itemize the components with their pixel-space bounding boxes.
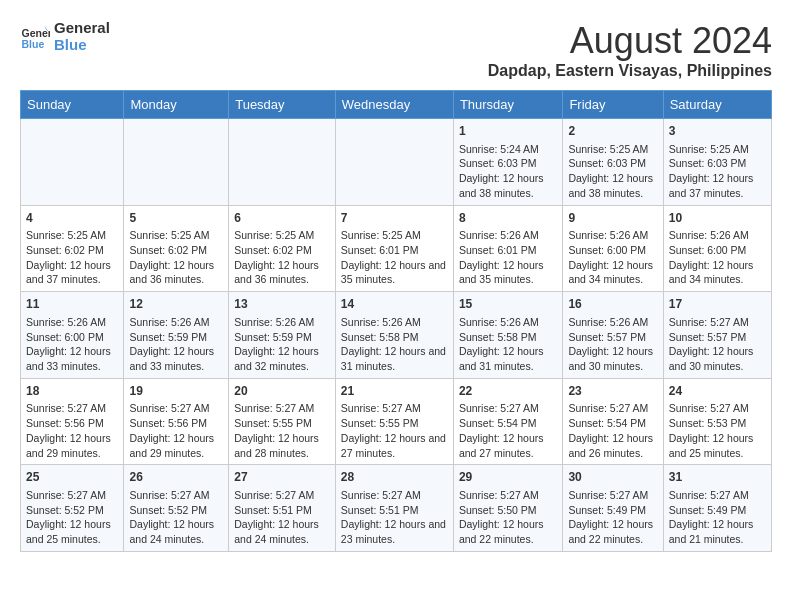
daylight: Daylight: 12 hours and 31 minutes. [459,345,544,372]
col-header-saturday: Saturday [663,91,771,119]
col-header-sunday: Sunday [21,91,124,119]
page-header: General Blue General Blue August 2024 Da… [20,20,772,80]
week-row-3: 11Sunrise: 5:26 AMSunset: 6:00 PMDayligh… [21,292,772,379]
sunset: Sunset: 5:57 PM [568,331,646,343]
sunset: Sunset: 5:51 PM [234,504,312,516]
title-block: August 2024 Dapdap, Eastern Visayas, Phi… [488,20,772,80]
daylight: Daylight: 12 hours and 35 minutes. [459,259,544,286]
sunrise: Sunrise: 5:26 AM [459,229,539,241]
logo-line2: Blue [54,37,110,54]
day-number: 9 [568,210,657,227]
sunset: Sunset: 5:52 PM [26,504,104,516]
day-number: 15 [459,296,558,313]
calendar-cell: 4Sunrise: 5:25 AMSunset: 6:02 PMDaylight… [21,205,124,292]
logo-line1: General [54,20,110,37]
week-row-2: 4Sunrise: 5:25 AMSunset: 6:02 PMDaylight… [21,205,772,292]
sunset: Sunset: 5:59 PM [129,331,207,343]
calendar-table: SundayMondayTuesdayWednesdayThursdayFrid… [20,90,772,552]
col-header-monday: Monday [124,91,229,119]
day-number: 14 [341,296,448,313]
sunrise: Sunrise: 5:26 AM [129,316,209,328]
week-row-5: 25Sunrise: 5:27 AMSunset: 5:52 PMDayligh… [21,465,772,552]
day-number: 1 [459,123,558,140]
daylight: Daylight: 12 hours and 30 minutes. [568,345,653,372]
sunset: Sunset: 5:56 PM [129,417,207,429]
calendar-cell [21,119,124,206]
calendar-cell: 8Sunrise: 5:26 AMSunset: 6:01 PMDaylight… [453,205,563,292]
day-number: 25 [26,469,118,486]
day-number: 17 [669,296,766,313]
sunrise: Sunrise: 5:27 AM [568,489,648,501]
calendar-cell: 31Sunrise: 5:27 AMSunset: 5:49 PMDayligh… [663,465,771,552]
col-header-friday: Friday [563,91,663,119]
sunrise: Sunrise: 5:27 AM [129,489,209,501]
calendar-cell: 25Sunrise: 5:27 AMSunset: 5:52 PMDayligh… [21,465,124,552]
sunrise: Sunrise: 5:26 AM [568,316,648,328]
calendar-cell: 15Sunrise: 5:26 AMSunset: 5:58 PMDayligh… [453,292,563,379]
day-number: 6 [234,210,330,227]
day-number: 13 [234,296,330,313]
sunrise: Sunrise: 5:25 AM [568,143,648,155]
calendar-cell [124,119,229,206]
sunrise: Sunrise: 5:25 AM [341,229,421,241]
sunset: Sunset: 6:00 PM [26,331,104,343]
daylight: Daylight: 12 hours and 27 minutes. [341,432,446,459]
sunset: Sunset: 6:03 PM [669,157,747,169]
sunset: Sunset: 6:02 PM [129,244,207,256]
day-number: 29 [459,469,558,486]
sunset: Sunset: 6:01 PM [341,244,419,256]
sunrise: Sunrise: 5:27 AM [234,402,314,414]
sunset: Sunset: 6:01 PM [459,244,537,256]
sunrise: Sunrise: 5:26 AM [234,316,314,328]
daylight: Daylight: 12 hours and 35 minutes. [341,259,446,286]
daylight: Daylight: 12 hours and 36 minutes. [234,259,319,286]
day-number: 26 [129,469,223,486]
sunset: Sunset: 5:57 PM [669,331,747,343]
day-number: 23 [568,383,657,400]
month-title: August 2024 [488,20,772,62]
calendar-cell: 5Sunrise: 5:25 AMSunset: 6:02 PMDaylight… [124,205,229,292]
day-number: 30 [568,469,657,486]
calendar-cell: 30Sunrise: 5:27 AMSunset: 5:49 PMDayligh… [563,465,663,552]
calendar-cell: 3Sunrise: 5:25 AMSunset: 6:03 PMDaylight… [663,119,771,206]
sunrise: Sunrise: 5:27 AM [234,489,314,501]
day-number: 27 [234,469,330,486]
sunrise: Sunrise: 5:26 AM [568,229,648,241]
sunset: Sunset: 5:58 PM [459,331,537,343]
sunrise: Sunrise: 5:25 AM [669,143,749,155]
daylight: Daylight: 12 hours and 24 minutes. [234,518,319,545]
daylight: Daylight: 12 hours and 26 minutes. [568,432,653,459]
daylight: Daylight: 12 hours and 33 minutes. [129,345,214,372]
day-number: 10 [669,210,766,227]
sunset: Sunset: 5:50 PM [459,504,537,516]
daylight: Daylight: 12 hours and 30 minutes. [669,345,754,372]
sunset: Sunset: 6:02 PM [26,244,104,256]
day-number: 7 [341,210,448,227]
calendar-cell: 23Sunrise: 5:27 AMSunset: 5:54 PMDayligh… [563,378,663,465]
col-header-wednesday: Wednesday [335,91,453,119]
daylight: Daylight: 12 hours and 24 minutes. [129,518,214,545]
day-number: 16 [568,296,657,313]
sunrise: Sunrise: 5:26 AM [26,316,106,328]
sunrise: Sunrise: 5:27 AM [341,402,421,414]
sunset: Sunset: 5:55 PM [234,417,312,429]
daylight: Daylight: 12 hours and 32 minutes. [234,345,319,372]
sunset: Sunset: 6:02 PM [234,244,312,256]
calendar-cell: 28Sunrise: 5:27 AMSunset: 5:51 PMDayligh… [335,465,453,552]
sunrise: Sunrise: 5:27 AM [459,402,539,414]
sunset: Sunset: 5:56 PM [26,417,104,429]
calendar-cell: 27Sunrise: 5:27 AMSunset: 5:51 PMDayligh… [229,465,336,552]
daylight: Daylight: 12 hours and 38 minutes. [568,172,653,199]
week-row-4: 18Sunrise: 5:27 AMSunset: 5:56 PMDayligh… [21,378,772,465]
daylight: Daylight: 12 hours and 33 minutes. [26,345,111,372]
day-number: 8 [459,210,558,227]
logo-icon: General Blue [20,22,50,52]
calendar-cell: 10Sunrise: 5:26 AMSunset: 6:00 PMDayligh… [663,205,771,292]
calendar-cell: 11Sunrise: 5:26 AMSunset: 6:00 PMDayligh… [21,292,124,379]
daylight: Daylight: 12 hours and 31 minutes. [341,345,446,372]
sunset: Sunset: 6:03 PM [568,157,646,169]
day-number: 21 [341,383,448,400]
sunset: Sunset: 5:55 PM [341,417,419,429]
sunset: Sunset: 5:51 PM [341,504,419,516]
day-number: 19 [129,383,223,400]
